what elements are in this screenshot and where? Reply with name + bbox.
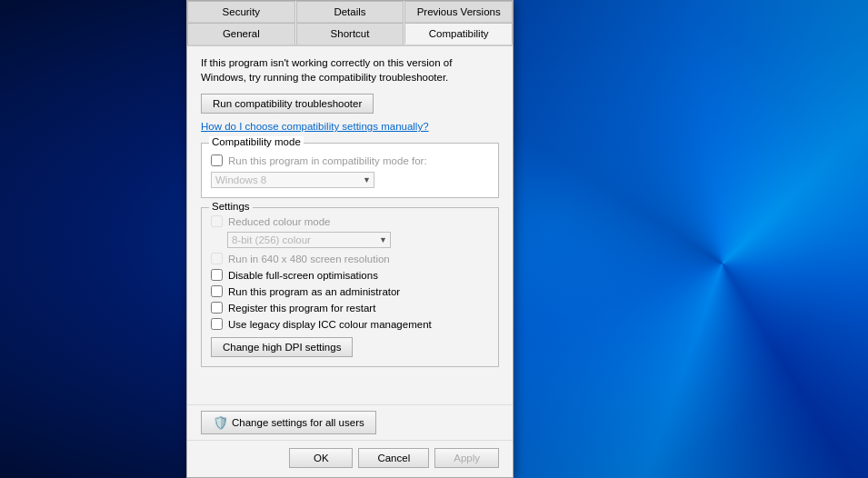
run-admin-row: Run this program as an administrator (211, 285, 489, 297)
reduced-colour-label: Reduced colour mode (228, 216, 331, 227)
run-640-row: Run in 640 x 480 screen resolution (211, 253, 489, 264)
register-restart-checkbox[interactable] (211, 302, 223, 314)
dialog-buttons: OK Cancel Apply (187, 440, 513, 477)
compatibility-mode-label: Compatibility mode (209, 136, 304, 147)
legacy-icc-label: Use legacy display ICC colour management (228, 319, 432, 330)
tab-general[interactable]: General (187, 23, 295, 45)
settings-label: Settings (209, 201, 253, 212)
tabs-container: Security Details Previous Versions Gener… (187, 1, 513, 46)
disable-fullscreen-checkbox[interactable] (211, 269, 223, 281)
compat-mode-checkbox-label: Run this program in compatibility mode f… (228, 155, 427, 166)
compat-mode-checkbox-row: Run this program in compatibility mode f… (211, 154, 489, 166)
run-640-checkbox[interactable] (211, 253, 223, 264)
run-640-label: Run in 640 x 480 screen resolution (228, 254, 390, 264)
reduced-colour-checkbox[interactable] (211, 215, 223, 227)
shield-icon: 🛡️ (213, 415, 228, 430)
run-admin-checkbox[interactable] (211, 285, 223, 297)
dialog-content: If this program isn't working correctly … (187, 46, 513, 404)
tabs-row-2: General Shortcut Compatibility (187, 23, 513, 45)
legacy-icc-checkbox[interactable] (211, 318, 223, 330)
register-restart-label: Register this program for restart (228, 303, 375, 314)
compatibility-help-link[interactable]: How do I choose compatibility settings m… (201, 121, 499, 132)
compat-mode-checkbox[interactable] (211, 154, 223, 166)
change-settings-label: Change settings for all users (232, 417, 364, 428)
bottom-section: 🛡️ Change settings for all users (187, 404, 513, 440)
run-troubleshooter-button[interactable]: Run compatibility troubleshooter (201, 94, 374, 114)
legacy-icc-row: Use legacy display ICC colour management (211, 318, 489, 330)
colour-dropdown-row: 8-bit (256) colour ▼ (227, 232, 489, 248)
compat-mode-dropdown[interactable]: Windows 8 Windows 7 Windows Vista Window… (211, 172, 374, 188)
disable-fullscreen-row: Disable full-screen optimisations (211, 269, 489, 281)
tabs-row-1: Security Details Previous Versions (187, 1, 513, 23)
tab-details[interactable]: Details (296, 1, 404, 22)
disable-fullscreen-label: Disable full-screen optimisations (228, 270, 378, 281)
change-settings-button[interactable]: 🛡️ Change settings for all users (201, 411, 376, 434)
settings-group: Settings Reduced colour mode 8-bit (256)… (201, 207, 499, 367)
tab-previous-versions[interactable]: Previous Versions (404, 1, 513, 22)
dpi-settings-button[interactable]: Change high DPI settings (211, 337, 353, 357)
run-admin-label: Run this program as an administrator (228, 286, 400, 297)
cancel-button[interactable]: Cancel (358, 448, 429, 468)
colour-dropdown-wrapper: 8-bit (256) colour ▼ (227, 232, 391, 248)
tab-shortcut[interactable]: Shortcut (296, 23, 404, 45)
compat-dropdown-row: Windows 8 Windows 7 Windows Vista Window… (211, 172, 489, 188)
compat-dropdown-wrapper: Windows 8 Windows 7 Windows Vista Window… (211, 172, 374, 188)
colour-dropdown[interactable]: 8-bit (256) colour (227, 232, 391, 248)
tab-security[interactable]: Security (187, 1, 295, 22)
tab-compatibility[interactable]: Compatibility (404, 23, 513, 45)
apply-button[interactable]: Apply (434, 448, 499, 468)
reduced-colour-row: Reduced colour mode (211, 215, 489, 227)
properties-dialog: Security Details Previous Versions Gener… (186, 0, 514, 478)
register-restart-row: Register this program for restart (211, 302, 489, 314)
intro-text: If this program isn't working correctly … (201, 55, 499, 85)
ok-button[interactable]: OK (289, 448, 353, 468)
compatibility-mode-group: Compatibility mode Run this program in c… (201, 143, 499, 198)
